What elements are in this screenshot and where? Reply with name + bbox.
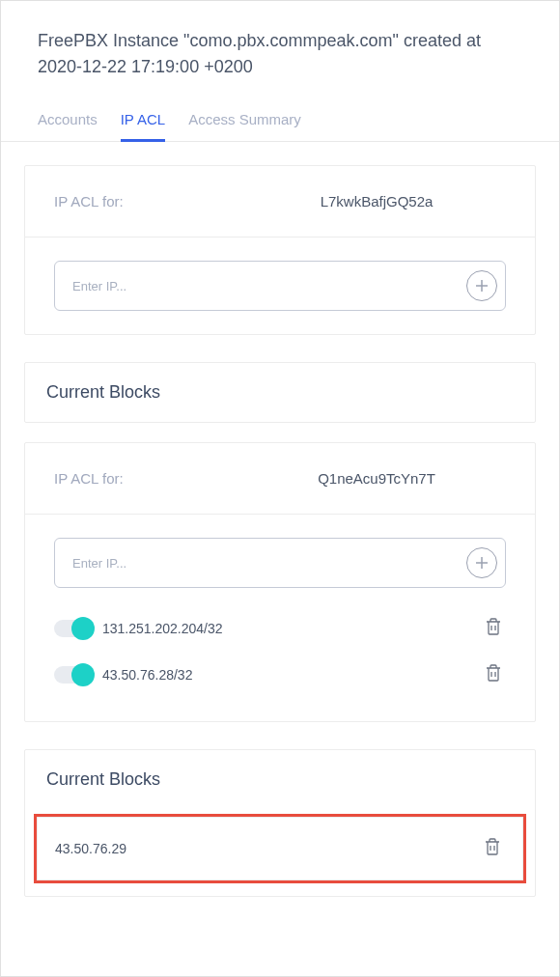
- toggle-knob: [71, 617, 95, 640]
- ip-item: 43.50.76.28/32: [54, 652, 506, 698]
- ip-input-row: [54, 261, 506, 311]
- ip-input-row: [54, 538, 506, 588]
- acl-value: L7kwkBafjGQ52a: [247, 193, 506, 209]
- acl-label: IP ACL for:: [54, 470, 247, 487]
- ip-input[interactable]: [72, 279, 466, 293]
- tabs-bar: Accounts IP ACL Access Summary: [1, 99, 559, 142]
- trash-icon: [485, 617, 502, 636]
- ip-address-text: 131.251.202.204/32: [102, 621, 481, 636]
- tab-access-summary[interactable]: Access Summary: [188, 99, 301, 141]
- acl-card-1: IP ACL for: L7kwkBafjGQ52a: [24, 165, 536, 335]
- plus-icon: [474, 278, 490, 293]
- ip-item: 131.251.202.204/32: [54, 605, 506, 652]
- trash-icon: [484, 837, 501, 856]
- acl-card-2: IP ACL for: Q1neAcu9TcYn7T 131.251: [24, 442, 536, 722]
- blocked-ip-item: 43.50.76.29: [37, 817, 523, 880]
- blocked-ip-text: 43.50.76.29: [55, 841, 480, 856]
- delete-ip-button[interactable]: [481, 659, 506, 690]
- page-title: FreePBX Instance "como.pbx.commpeak.com"…: [38, 28, 522, 80]
- acl-value: Q1neAcu9TcYn7T: [247, 470, 506, 487]
- tab-accounts[interactable]: Accounts: [38, 99, 98, 141]
- acl-label: IP ACL for:: [54, 193, 247, 209]
- plus-icon: [474, 555, 490, 571]
- tab-ip-acl[interactable]: IP ACL: [121, 99, 165, 141]
- add-ip-button[interactable]: [466, 547, 497, 578]
- current-blocks-section-2: Current Blocks 43.50.76.29: [24, 749, 536, 897]
- current-blocks-title: Current Blocks: [25, 363, 535, 422]
- toggle-knob: [71, 663, 95, 686]
- current-blocks-title: Current Blocks: [25, 750, 535, 809]
- delete-blocked-ip-button[interactable]: [480, 833, 505, 864]
- ip-input[interactable]: [72, 556, 466, 571]
- ip-toggle[interactable]: [54, 620, 91, 637]
- current-blocks-section-1: Current Blocks: [24, 362, 536, 423]
- trash-icon: [485, 663, 502, 683]
- ip-address-text: 43.50.76.28/32: [102, 667, 481, 683]
- add-ip-button[interactable]: [466, 270, 497, 301]
- delete-ip-button[interactable]: [481, 613, 506, 644]
- ip-toggle[interactable]: [54, 666, 91, 684]
